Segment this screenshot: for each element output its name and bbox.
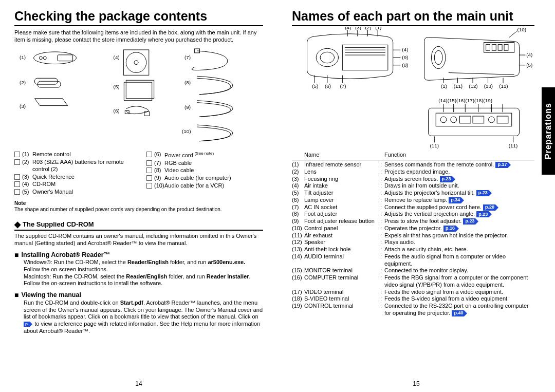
svg-text:(11): (11) (454, 83, 462, 89)
page-ref-icon: p.20 (483, 204, 495, 211)
svg-rect-15 (124, 82, 152, 101)
square-icon: ■ (14, 291, 18, 298)
page-ref-icon: p.23 (463, 218, 475, 225)
table-row: (7)AC IN socket:Connect the supplied pow… (292, 204, 534, 211)
list-item: (8)Video cable (146, 167, 263, 174)
svg-rect-10 (123, 50, 149, 75)
list-item: (2)R03 (SIZE AAA) batteries for remote c… (14, 159, 131, 173)
checkbox-icon (14, 189, 20, 195)
list-item: (9)Audio cable (for computer) (146, 175, 263, 182)
intro-text: Please make sure that the following item… (14, 29, 263, 44)
table-row: (5)Tilt adjuster:Adjusts the projector's… (292, 190, 534, 197)
page-ref-icon: p.23 (440, 176, 452, 182)
svg-rect-76 (429, 108, 520, 136)
right-page: Names of each part on the main unit .l{s… (278, 0, 555, 392)
svg-text:(9): (9) (184, 104, 191, 109)
list-item: (1)Remote control (14, 151, 131, 158)
svg-text:(5): (5) (114, 84, 120, 89)
svg-text:(13): (13) (484, 83, 493, 89)
page-number: 14 (0, 380, 278, 388)
table-row: (18)S-VIDEO terminal:Feeds the S-video s… (292, 295, 534, 303)
table-row: (4)Air intake:Draws in air from outside … (292, 182, 534, 190)
svg-text:(11): (11) (430, 143, 438, 148)
checkbox-icon (146, 167, 152, 173)
list-item: (3)Quick Reference (14, 174, 131, 181)
svg-rect-4 (58, 55, 73, 61)
svg-text:(7): (7) (184, 54, 191, 60)
svg-point-2 (39, 57, 42, 60)
svg-text:(9): (9) (402, 54, 408, 60)
svg-text:(1): (1) (441, 83, 447, 89)
page-ref-icon: p.34 (449, 197, 461, 203)
square-icon: ■ (14, 251, 18, 258)
svg-line-59 (509, 31, 517, 38)
page-ref-icon: p.40 (452, 310, 464, 316)
cdrom-body: The supplied CD-ROM contains an owner's … (14, 233, 263, 247)
svg-text:(4): (4) (114, 54, 120, 60)
table-row: (15)MONITOR terminal:Connected to the mo… (292, 267, 534, 274)
table-row: (12)Speaker:Plays audio. (292, 239, 534, 246)
list-item: (5)Owner's Manual (14, 189, 131, 196)
parts-table: Name Function (1)Infrared remote sensor:… (292, 152, 534, 316)
checkbox-icon (14, 174, 20, 180)
package-illustration: .l{stroke:#000;stroke-width:1;fill:none}… (14, 48, 263, 150)
svg-text:(5): (5) (312, 83, 318, 89)
table-row: (16)COMPUTER terminal:Feeds the RBG sign… (292, 274, 534, 289)
table-row: (3)Focusing ring:Adjusts screen focus. p… (292, 176, 534, 183)
note-heading: Note (14, 200, 263, 207)
svg-text:(10): (10) (182, 128, 191, 134)
svg-text:(2): (2) (365, 27, 372, 30)
page-ref-icon: p.17 (495, 162, 508, 168)
checkbox-icon (14, 159, 20, 165)
svg-point-1 (34, 52, 77, 64)
view-text: Run the CD-ROM and double-click on Start… (24, 300, 263, 335)
table-row: (11)Air exhaust:Expels air that has grow… (292, 232, 534, 239)
list-item: (10)Audio cable (for a VCR) (146, 182, 263, 190)
table-row: (2)Lens:Projects expanded image. (292, 169, 534, 176)
svg-text:(4): (4) (345, 27, 351, 30)
install-text: Windows®: Run the CD-ROM, select the Rea… (24, 259, 263, 287)
page-ref-icon: p.23 (476, 211, 489, 217)
cdrom-heading: ◆ The Supplied CD-ROM (14, 220, 263, 231)
page-title-right: Names of each part on the main unit (292, 8, 534, 26)
table-row: (19)CONTROL terminal:Connected to the RS… (292, 303, 534, 317)
checkbox-icon (14, 181, 20, 187)
table-row: (8)Foot adjuster:Adjusts the vertical pr… (292, 211, 534, 218)
table-row: (6)Lamp cover:Remove to replace lamp. p.… (292, 197, 534, 204)
table-row: (9)Foot adjuster release button:Press to… (292, 218, 534, 225)
svg-text:(10): (10) (517, 27, 526, 32)
svg-text:(1): (1) (375, 27, 381, 30)
install-heading: ■ Installing Acrobat® Reader™ (14, 251, 263, 259)
svg-text:(11): (11) (509, 143, 517, 148)
page-ref-icon: p.16 (443, 226, 456, 232)
svg-point-12 (134, 60, 138, 64)
checkbox-icon (146, 183, 152, 189)
table-row: (17)VIDEO terminal:Feeds the video signa… (292, 289, 534, 296)
svg-text:(6): (6) (114, 108, 120, 114)
table-row: (1)Infrared remote sensor:Senses command… (292, 161, 534, 169)
svg-point-11 (126, 52, 146, 73)
svg-text:(8): (8) (184, 80, 191, 85)
left-page: Checking the package contents Please mak… (0, 0, 278, 392)
diamond-icon: ◆ (14, 220, 21, 229)
svg-text:(5): (5) (526, 62, 532, 68)
page-title-left: Checking the package contents (14, 8, 263, 26)
svg-text:(14)(15)(16)(17)(18)(19): (14)(15)(16)(17)(18)(19) (438, 98, 492, 103)
checkbox-icon (146, 175, 152, 181)
page-ref-icon: p.23 (476, 190, 489, 196)
section-tab: Preparations (542, 87, 555, 175)
table-row: (14)AUDIO terminal:Feeds the audio signa… (292, 253, 534, 268)
table-header: Name Function (292, 152, 534, 160)
list-item: (4)CD-ROM (14, 181, 131, 188)
checkbox-icon (14, 152, 20, 157)
svg-text:(2): (2) (20, 80, 26, 85)
package-checklist: (1)Remote control (2)R03 (SIZE AAA) batt… (14, 151, 263, 196)
note-text: The shape and number of supplied power c… (14, 207, 263, 213)
table-row: (13)Anti-theft lock hole:Attach a securi… (292, 246, 534, 253)
list-item: (7)RGB cable (146, 160, 263, 167)
page-ref-icon: p. (24, 322, 30, 327)
page-number: 15 (278, 380, 555, 388)
svg-text:(6): (6) (325, 83, 331, 89)
checkbox-icon (146, 152, 152, 157)
checkbox-icon (146, 160, 152, 166)
